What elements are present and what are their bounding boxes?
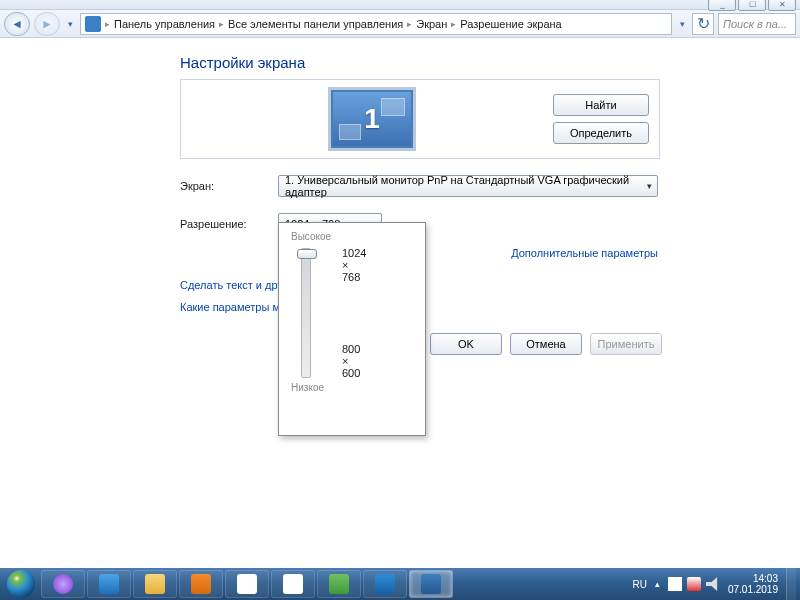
ie-icon bbox=[99, 574, 119, 594]
tray-volume-icon[interactable] bbox=[706, 577, 720, 591]
control-panel-icon bbox=[421, 574, 441, 594]
crumb-1[interactable]: Все элементы панели управления bbox=[228, 18, 403, 30]
resolution-label: Разрешение: bbox=[180, 218, 278, 230]
window-close[interactable]: ✕ bbox=[768, 0, 796, 11]
tray-lang[interactable]: RU bbox=[632, 579, 646, 590]
tray-action-center-icon[interactable] bbox=[687, 577, 701, 591]
taskbar-control-panel[interactable] bbox=[409, 570, 453, 598]
refresh-button[interactable]: ↻ bbox=[692, 13, 714, 35]
taskbar-green-app[interactable] bbox=[317, 570, 361, 598]
address-bar[interactable]: ▸ Панель управления ▸ Все элементы панел… bbox=[80, 13, 672, 35]
start-button[interactable] bbox=[2, 568, 40, 600]
which-params-link[interactable]: Какие параметры мон bbox=[180, 301, 292, 313]
taskbar-media[interactable] bbox=[179, 570, 223, 598]
tray-time: 14:03 bbox=[728, 573, 778, 584]
monitor-thumbnail[interactable]: 1 bbox=[331, 90, 413, 148]
cancel-button[interactable]: Отмена bbox=[510, 333, 582, 355]
display-label: Экран: bbox=[180, 180, 278, 192]
show-desktop[interactable] bbox=[786, 568, 796, 600]
notes-icon bbox=[375, 574, 395, 594]
taskbar-ie[interactable] bbox=[87, 570, 131, 598]
monitor-number: 1 bbox=[364, 103, 380, 135]
advanced-params-link[interactable]: Дополнительные параметры bbox=[511, 247, 658, 259]
nav-forward: ► bbox=[34, 12, 60, 36]
yandex-y-icon bbox=[237, 574, 257, 594]
crumb-0[interactable]: Панель управления bbox=[114, 18, 215, 30]
resolution-slider[interactable]: 1024 × 768 800 × 600 bbox=[301, 248, 311, 378]
slider-thumb[interactable] bbox=[297, 249, 317, 259]
resolution-popup[interactable]: Высокое 1024 × 768 800 × 600 Низкое bbox=[278, 222, 426, 436]
green-app-icon bbox=[329, 574, 349, 594]
taskbar-yandex-browser[interactable] bbox=[271, 570, 315, 598]
cp-icon bbox=[85, 16, 101, 32]
voice-icon bbox=[53, 574, 73, 594]
taskbar-voice[interactable] bbox=[41, 570, 85, 598]
start-orb-icon bbox=[7, 570, 35, 598]
monitor-deco-icon bbox=[381, 98, 405, 116]
media-icon bbox=[191, 574, 211, 594]
res-option-low[interactable]: 800 × 600 bbox=[342, 343, 360, 379]
tray-chevron-icon[interactable]: ▴ bbox=[655, 579, 660, 589]
taskbar-yandex-y[interactable] bbox=[225, 570, 269, 598]
search-input[interactable]: Поиск в па... bbox=[718, 13, 796, 35]
ok-button[interactable]: OK bbox=[430, 333, 502, 355]
window-minimize[interactable]: ⎯ bbox=[708, 0, 736, 11]
tray-clock[interactable]: 14:03 07.01.2019 bbox=[728, 573, 778, 595]
crumb-2[interactable]: Экран bbox=[416, 18, 447, 30]
monitor-preview-frame: 1 Найти Определить bbox=[180, 79, 660, 159]
yandex-browser-icon bbox=[283, 574, 303, 594]
res-low-label: Низкое bbox=[291, 382, 413, 393]
page-title: Настройки экрана bbox=[180, 54, 730, 71]
taskbar: RU ▴ 14:03 07.01.2019 bbox=[0, 568, 800, 600]
taskbar-explorer[interactable] bbox=[133, 570, 177, 598]
detect-button[interactable]: Определить bbox=[553, 122, 649, 144]
window-maximize[interactable]: ☐ bbox=[738, 0, 766, 11]
address-chevron[interactable]: ▾ bbox=[676, 12, 688, 36]
display-combo[interactable]: 1. Универсальный монитор PnP на Стандарт… bbox=[278, 175, 658, 197]
explorer-icon bbox=[145, 574, 165, 594]
res-high-label: Высокое bbox=[291, 231, 413, 242]
apply-button: Применить bbox=[590, 333, 662, 355]
find-button[interactable]: Найти bbox=[553, 94, 649, 116]
taskbar-notes[interactable] bbox=[363, 570, 407, 598]
crumb-3[interactable]: Разрешение экрана bbox=[460, 18, 561, 30]
tray-flag-icon[interactable] bbox=[668, 577, 682, 591]
nav-history-chevron[interactable]: ▾ bbox=[64, 12, 76, 36]
tray-date: 07.01.2019 bbox=[728, 584, 778, 595]
res-option-high[interactable]: 1024 × 768 bbox=[342, 247, 366, 283]
nav-back[interactable]: ◄ bbox=[4, 12, 30, 36]
monitor-deco-icon bbox=[339, 124, 361, 140]
